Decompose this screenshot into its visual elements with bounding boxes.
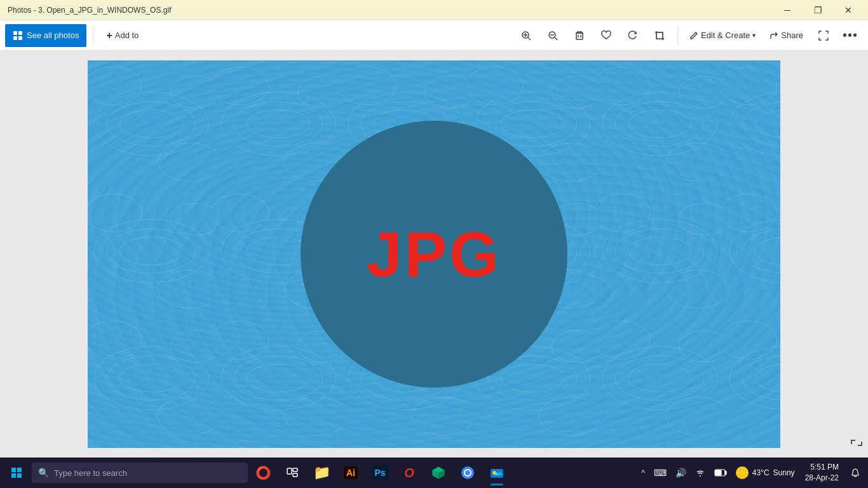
svg-rect-23 bbox=[17, 468, 22, 472]
edit-create-button[interactable]: Edit & Create ▾ bbox=[683, 24, 762, 47]
taskbar-file-explorer[interactable]: 📁 bbox=[308, 459, 336, 487]
weather-condition: Sunny bbox=[773, 468, 795, 477]
svg-point-34 bbox=[465, 470, 470, 475]
crop-button[interactable] bbox=[647, 24, 672, 47]
toolbar-divider-2 bbox=[677, 27, 678, 44]
window-controls: ─ ❐ ✕ bbox=[773, 0, 863, 20]
main-content-area: JPG bbox=[0, 51, 868, 458]
more-options-button[interactable]: ••• bbox=[837, 24, 863, 47]
weather-temp: 43°C bbox=[752, 468, 770, 477]
favorite-button[interactable] bbox=[593, 24, 619, 47]
system-clock[interactable]: 5:51 PM 28-Apr-22 bbox=[800, 459, 844, 486]
svg-rect-3 bbox=[18, 36, 22, 40]
svg-rect-11 bbox=[576, 33, 583, 39]
svg-rect-14 bbox=[656, 32, 663, 39]
image-viewer: JPG bbox=[88, 60, 780, 448]
window-title: Photos - 3. Open_a_JPG_in_WINDOWS_OS.gif bbox=[8, 6, 171, 15]
rotate-icon bbox=[627, 30, 639, 41]
svg-rect-0 bbox=[13, 31, 17, 35]
svg-rect-26 bbox=[287, 468, 292, 474]
battery-status[interactable] bbox=[710, 466, 731, 480]
taskbar: 🔍 Type here to search ⭕ 📁 Ai Ps O bbox=[0, 458, 868, 488]
task-view-button[interactable] bbox=[278, 459, 306, 487]
svg-rect-1 bbox=[18, 31, 22, 35]
sun-icon bbox=[736, 466, 749, 479]
taskbar-3d-viewer[interactable] bbox=[424, 459, 452, 487]
photoshop-icon: Ps bbox=[372, 466, 388, 479]
rotate-button[interactable] bbox=[620, 24, 646, 47]
svg-rect-27 bbox=[293, 468, 297, 471]
chevron-icon: ^ bbox=[641, 468, 645, 477]
svg-rect-28 bbox=[293, 473, 297, 477]
svg-rect-41 bbox=[715, 470, 721, 475]
taskbar-photos[interactable] bbox=[483, 459, 511, 487]
expand-button[interactable] bbox=[850, 437, 863, 452]
battery-icon bbox=[714, 468, 727, 477]
taskbar-illustrator[interactable]: Ai bbox=[337, 459, 365, 487]
taskbar-photoshop[interactable]: Ps bbox=[366, 459, 394, 487]
system-tray-chevron[interactable]: ^ bbox=[637, 466, 649, 480]
svg-rect-22 bbox=[11, 468, 16, 472]
clock-date: 28-Apr-22 bbox=[805, 473, 839, 484]
taskbar-opera[interactable]: O bbox=[395, 459, 423, 487]
keyboard-icon-tray[interactable]: ⌨ bbox=[650, 465, 670, 480]
taskbar-search[interactable]: 🔍 Type here to search bbox=[32, 463, 248, 483]
notification-button[interactable] bbox=[845, 459, 865, 487]
zoom-in-button[interactable] bbox=[513, 24, 539, 47]
heart-icon bbox=[600, 30, 612, 41]
photos-icon bbox=[13, 30, 23, 41]
fit-icon bbox=[818, 30, 829, 41]
edit-icon bbox=[689, 31, 698, 40]
zoom-in-icon bbox=[520, 30, 532, 41]
svg-line-5 bbox=[528, 37, 531, 40]
illustrator-icon: Ai bbox=[344, 466, 358, 479]
search-icon: 🔍 bbox=[38, 468, 49, 478]
3d-viewer-icon bbox=[431, 466, 445, 480]
center-circle: JPG bbox=[301, 121, 567, 388]
volume-control[interactable]: 🔊 bbox=[672, 465, 690, 480]
image-label: JPG bbox=[367, 218, 501, 291]
keyboard-icon: ⌨ bbox=[654, 468, 667, 478]
svg-line-9 bbox=[555, 37, 557, 40]
toolbar-divider-1 bbox=[93, 27, 93, 44]
see-all-photos-button[interactable]: See all photos bbox=[5, 24, 86, 47]
ellipsis-icon: ••• bbox=[843, 28, 858, 43]
delete-button[interactable] bbox=[567, 24, 592, 47]
network-status[interactable] bbox=[691, 465, 709, 480]
cortana-icon: ⭕ bbox=[255, 465, 271, 480]
file-explorer-icon: 📁 bbox=[313, 464, 330, 481]
windows-icon bbox=[11, 467, 22, 478]
title-bar: Photos - 3. Open_a_JPG_in_WINDOWS_OS.gif… bbox=[0, 0, 868, 20]
volume-icon: 🔊 bbox=[675, 468, 686, 478]
delete-icon bbox=[574, 30, 585, 41]
zoom-out-button[interactable] bbox=[540, 24, 566, 47]
taskbar-chrome[interactable] bbox=[454, 459, 482, 487]
app-toolbar: See all photos + Add to bbox=[0, 20, 868, 51]
add-to-button[interactable]: + Add to bbox=[100, 24, 145, 47]
search-placeholder-text: Type here to search bbox=[54, 468, 127, 478]
svg-rect-40 bbox=[725, 471, 726, 475]
image-background: JPG bbox=[88, 60, 780, 448]
svg-rect-24 bbox=[11, 473, 16, 478]
task-view-icon bbox=[287, 468, 298, 478]
maximize-button[interactable]: ❐ bbox=[803, 0, 832, 20]
minimize-button[interactable]: ─ bbox=[773, 0, 802, 20]
chrome-icon bbox=[461, 466, 475, 480]
plus-icon: + bbox=[106, 30, 112, 41]
svg-rect-2 bbox=[13, 36, 17, 40]
share-icon bbox=[770, 31, 778, 40]
opera-icon: O bbox=[404, 466, 414, 480]
fit-to-window-button[interactable] bbox=[811, 24, 836, 47]
zoom-out-icon bbox=[547, 30, 559, 41]
chevron-down-icon: ▾ bbox=[752, 32, 756, 39]
cortana-button[interactable]: ⭕ bbox=[249, 459, 277, 487]
clock-time: 5:51 PM bbox=[805, 462, 839, 473]
crop-icon bbox=[654, 30, 665, 41]
close-button[interactable]: ✕ bbox=[834, 0, 863, 20]
share-button[interactable]: Share bbox=[763, 24, 810, 47]
wifi-icon bbox=[695, 468, 705, 478]
notification-icon bbox=[850, 468, 860, 478]
photos-taskbar-icon bbox=[490, 466, 504, 480]
start-button[interactable] bbox=[3, 459, 31, 487]
weather-widget[interactable]: 43°C Sunny bbox=[732, 464, 799, 482]
